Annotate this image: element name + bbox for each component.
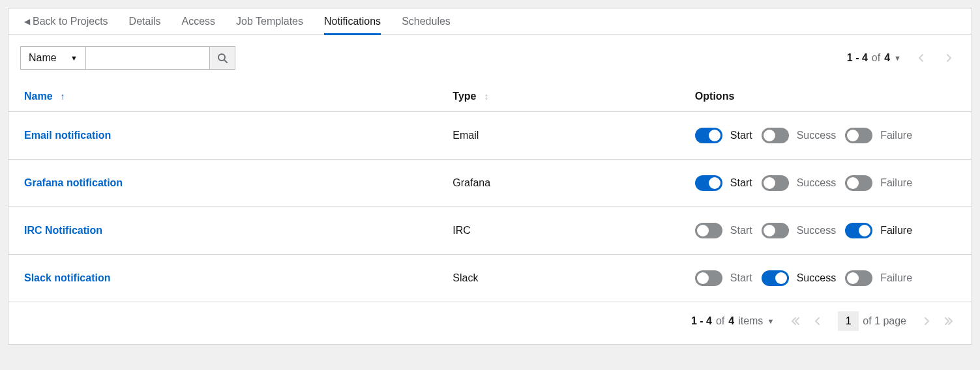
column-type-label: Type xyxy=(453,91,476,102)
options-group: StartSuccessFailure xyxy=(695,175,956,191)
caret-down-icon: ▼ xyxy=(70,54,78,62)
option-label-failure: Failure xyxy=(880,272,912,284)
pager-nav-right xyxy=(921,315,956,327)
toggle-knob xyxy=(847,177,859,189)
column-header-name[interactable]: Name ↑ xyxy=(24,91,453,102)
start-toggle[interactable] xyxy=(695,128,722,143)
cell-options: StartSuccessFailure xyxy=(695,270,956,286)
of-pages-label: of 1 page xyxy=(863,315,906,327)
start-toggle[interactable] xyxy=(695,175,722,191)
notification-name-link[interactable]: Slack notification xyxy=(24,272,110,284)
svg-line-1 xyxy=(224,60,227,63)
option-label-start: Start xyxy=(730,272,752,284)
success-toggle[interactable] xyxy=(762,223,789,238)
notifications-panel: ◀ Back to Projects Details Access Job Te… xyxy=(8,8,972,345)
options-group: StartSuccessFailure xyxy=(695,223,956,238)
footer-items-word: items xyxy=(738,315,763,327)
cell-options: StartSuccessFailure xyxy=(695,223,956,238)
toggle-knob xyxy=(847,272,859,284)
search-group: Name ▼ xyxy=(20,46,235,70)
option-success: Success xyxy=(762,270,836,286)
option-label-start: Start xyxy=(730,225,752,236)
prev-page-button[interactable] xyxy=(812,315,824,327)
footer-range: 1 - 4 xyxy=(691,315,712,327)
option-start: Start xyxy=(695,223,752,238)
first-page-button[interactable] xyxy=(788,315,803,327)
pager-footer: 1 - 4 of 4 items ▼ of 1 page xyxy=(8,302,972,344)
options-group: StartSuccessFailure xyxy=(695,270,956,286)
tab-job-templates[interactable]: Job Templates xyxy=(236,8,303,35)
table-row: Slack notificationSlackStartSuccessFailu… xyxy=(8,255,972,302)
cell-name: IRC Notification xyxy=(24,225,453,236)
success-toggle[interactable] xyxy=(762,128,789,143)
tab-access[interactable]: Access xyxy=(182,8,216,35)
toggle-knob xyxy=(859,225,870,236)
start-toggle[interactable] xyxy=(695,223,722,238)
cell-type: Slack xyxy=(453,272,695,284)
option-success: Success xyxy=(762,223,836,238)
option-label-success: Success xyxy=(797,225,836,236)
range-text: 1 - 4 xyxy=(847,52,868,64)
option-label-failure: Failure xyxy=(880,225,912,236)
notification-name-link[interactable]: Email notification xyxy=(24,130,111,141)
footer-total: 4 xyxy=(728,315,734,327)
of-word: of xyxy=(872,52,880,64)
failure-toggle[interactable] xyxy=(845,223,872,238)
option-label-failure: Failure xyxy=(880,177,912,189)
start-toggle[interactable] xyxy=(695,270,722,286)
search-input[interactable] xyxy=(85,46,209,70)
option-label-success: Success xyxy=(797,177,836,189)
filter-field-select[interactable]: Name ▼ xyxy=(20,46,85,70)
tab-bar: ◀ Back to Projects Details Access Job Te… xyxy=(8,8,972,35)
item-range-select[interactable]: 1 - 4 of 4 ▼ xyxy=(847,52,901,64)
cell-type: IRC xyxy=(453,225,695,236)
option-label-success: Success xyxy=(797,272,836,284)
option-label-start: Start xyxy=(730,130,752,141)
success-toggle[interactable] xyxy=(762,270,789,286)
column-header-type[interactable]: Type ↕ xyxy=(453,91,695,102)
column-header-options: Options xyxy=(695,91,956,102)
notification-name-link[interactable]: Grafana notification xyxy=(24,177,123,189)
tab-notifications[interactable]: Notifications xyxy=(324,8,381,35)
option-failure: Failure xyxy=(845,175,912,191)
tab-details[interactable]: Details xyxy=(129,8,161,35)
cell-type: Email xyxy=(453,130,695,141)
search-button[interactable] xyxy=(209,46,235,70)
option-label-success: Success xyxy=(797,130,836,141)
next-page-button[interactable] xyxy=(942,51,956,65)
table-row: Email notificationEmailStartSuccessFailu… xyxy=(8,112,972,160)
filter-field-label: Name xyxy=(29,52,57,64)
items-per-page-select[interactable]: 1 - 4 of 4 items ▼ xyxy=(691,315,774,327)
last-page-button[interactable] xyxy=(942,315,956,327)
table-row: IRC NotificationIRCStartSuccessFailure xyxy=(8,207,972,255)
prev-page-button[interactable] xyxy=(914,51,928,65)
option-start: Start xyxy=(695,128,752,143)
page-indicator: of 1 page xyxy=(838,311,906,331)
tab-schedules[interactable]: Schedules xyxy=(402,8,451,35)
cell-options: StartSuccessFailure xyxy=(695,128,956,143)
caret-left-icon: ◀ xyxy=(24,17,30,26)
next-page-button[interactable] xyxy=(921,315,932,327)
toolbar: Name ▼ 1 - 4 of 4 ▼ xyxy=(8,35,972,81)
failure-toggle[interactable] xyxy=(845,270,872,286)
option-label-start: Start xyxy=(730,177,752,189)
toggle-knob xyxy=(709,130,720,141)
pager-top: 1 - 4 of 4 ▼ xyxy=(847,51,956,65)
cell-options: StartSuccessFailure xyxy=(695,175,956,191)
notification-name-link[interactable]: IRC Notification xyxy=(24,225,102,236)
cell-name: Grafana notification xyxy=(24,177,453,189)
option-success: Success xyxy=(762,175,836,191)
table-body: Email notificationEmailStartSuccessFailu… xyxy=(8,112,972,302)
page-number-input[interactable] xyxy=(838,311,859,331)
toggle-knob xyxy=(697,225,709,236)
failure-toggle[interactable] xyxy=(845,128,872,143)
option-start: Start xyxy=(695,270,752,286)
search-icon xyxy=(217,53,228,63)
toggle-knob xyxy=(775,272,787,284)
failure-toggle[interactable] xyxy=(845,175,872,191)
sort-neutral-icon: ↕ xyxy=(484,91,488,102)
success-toggle[interactable] xyxy=(762,175,789,191)
toggle-knob xyxy=(847,130,859,141)
back-to-projects-link[interactable]: ◀ Back to Projects xyxy=(24,16,108,27)
toggle-knob xyxy=(697,272,709,284)
